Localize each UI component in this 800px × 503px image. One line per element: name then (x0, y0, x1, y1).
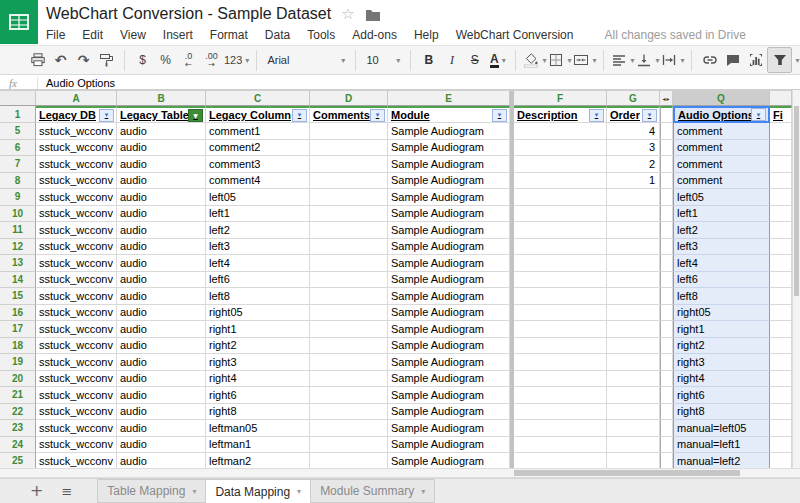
cell-A5[interactable]: sstuck_wcconv (36, 123, 117, 140)
cell-B17[interactable]: audio (117, 321, 206, 338)
cell-G16[interactable] (607, 305, 660, 322)
row-header-22[interactable]: 22 (0, 404, 36, 421)
cell-F24[interactable] (514, 437, 607, 454)
vertical-scrollbar-thumb[interactable] (794, 106, 799, 296)
header-cell-b[interactable]: Legacy Table▼ (117, 106, 206, 123)
cell-R22[interactable] (770, 404, 792, 421)
insert-link-button[interactable] (698, 48, 721, 72)
cell-B6[interactable]: audio (117, 140, 206, 157)
cell-C18[interactable]: right2 (206, 338, 310, 355)
header-cell-d[interactable]: Comments▾ (310, 106, 388, 123)
row-header-8[interactable]: 8 (0, 173, 36, 190)
cell-G7[interactable]: 2 (607, 156, 660, 173)
menu-item-data[interactable]: Data (265, 28, 290, 42)
cell-Q9[interactable]: left05 (673, 189, 770, 206)
menu-item-help[interactable]: Help (414, 28, 439, 42)
cell-B15[interactable]: audio (117, 288, 206, 305)
cell-R17[interactable] (770, 321, 792, 338)
cell-B24[interactable]: audio (117, 437, 206, 454)
row-header-7[interactable]: 7 (0, 156, 36, 173)
menu-item-insert[interactable]: Insert (163, 28, 193, 42)
cell-C5[interactable]: comment1 (206, 123, 310, 140)
menu-item-file[interactable]: File (46, 28, 65, 42)
cell-D21[interactable] (310, 387, 388, 404)
cell-D22[interactable] (310, 404, 388, 421)
cell-E15[interactable]: Sample Audiogram (388, 288, 510, 305)
filter-dropdown-button-a[interactable]: ▾ (99, 109, 114, 122)
cell-A24[interactable]: sstuck_wcconv (36, 437, 117, 454)
cell-F22[interactable] (514, 404, 607, 421)
filter-dropdown-button-d[interactable]: ▾ (370, 109, 385, 122)
cell-G20[interactable] (607, 371, 660, 388)
cell-C24[interactable]: leftman1 (206, 437, 310, 454)
cell-A6[interactable]: sstuck_wcconv (36, 140, 117, 157)
cell-G10[interactable] (607, 206, 660, 223)
cell-C7[interactable]: comment3 (206, 156, 310, 173)
cell-A8[interactable]: sstuck_wcconv (36, 173, 117, 190)
cell-E19[interactable]: Sample Audiogram (388, 354, 510, 371)
row-header-24[interactable]: 24 (0, 437, 36, 454)
cell-E21[interactable]: Sample Audiogram (388, 387, 510, 404)
tab-module-summary[interactable]: Module Summary ▾ (310, 479, 435, 503)
row-header-21[interactable]: 21 (0, 387, 36, 404)
cell-F21[interactable] (514, 387, 607, 404)
cell-G12[interactable] (607, 239, 660, 256)
cell-Q6[interactable]: comment (673, 140, 770, 157)
cell-G17[interactable] (607, 321, 660, 338)
cell-E16[interactable]: Sample Audiogram (388, 305, 510, 322)
fill-color-button[interactable]: ▾ (522, 48, 547, 72)
row-header-6[interactable]: 6 (0, 140, 36, 157)
cell-A18[interactable]: sstuck_wcconv (36, 338, 117, 355)
expand-hidden-columns-left-icon[interactable]: ◂ (662, 95, 665, 102)
cell-G19[interactable] (607, 354, 660, 371)
save-status[interactable]: All changes saved in Drive (604, 28, 745, 42)
percent-format-button[interactable]: % (154, 48, 177, 72)
row-header-20[interactable]: 20 (0, 371, 36, 388)
vertical-align-button[interactable]: ▾ (635, 48, 660, 72)
cell-C9[interactable]: left05 (206, 189, 310, 206)
cell-A19[interactable]: sstuck_wcconv (36, 354, 117, 371)
cell-E10[interactable]: Sample Audiogram (388, 206, 510, 223)
cell-E14[interactable]: Sample Audiogram (388, 272, 510, 289)
cell-F11[interactable] (514, 222, 607, 239)
tab-dropdown-icon[interactable]: ▾ (192, 487, 196, 496)
cell-B22[interactable]: audio (117, 404, 206, 421)
cell-Q23[interactable]: manual=left05 (673, 420, 770, 437)
cell-R11[interactable] (770, 222, 792, 239)
filter-dropdown-button-f[interactable]: ▾ (589, 109, 604, 122)
cell-G5[interactable]: 4 (607, 123, 660, 140)
cell-F5[interactable] (514, 123, 607, 140)
horizontal-scrollbar-thumb[interactable] (514, 470, 740, 476)
cell-A15[interactable]: sstuck_wcconv (36, 288, 117, 305)
cell-Q18[interactable]: right2 (673, 338, 770, 355)
cell-F13[interactable] (514, 255, 607, 272)
row-header-19[interactable]: 19 (0, 354, 36, 371)
cell-R12[interactable] (770, 239, 792, 256)
cell-R19[interactable] (770, 354, 792, 371)
column-header-G[interactable]: G (607, 91, 660, 106)
cell-A12[interactable]: sstuck_wcconv (36, 239, 117, 256)
cell-E5[interactable]: Sample Audiogram (388, 123, 510, 140)
cell-C20[interactable]: right4 (206, 371, 310, 388)
cell-G9[interactable] (607, 189, 660, 206)
cell-F20[interactable] (514, 371, 607, 388)
strikethrough-button[interactable]: S (463, 48, 486, 72)
cell-C22[interactable]: right8 (206, 404, 310, 421)
menu-item-tools[interactable]: Tools (307, 28, 335, 42)
merge-cells-button[interactable]: ▾ (572, 48, 597, 72)
cell-B11[interactable]: audio (117, 222, 206, 239)
cell-Q10[interactable]: left1 (673, 206, 770, 223)
header-cell-a[interactable]: Legacy DB▾ (36, 106, 117, 123)
cell-F10[interactable] (514, 206, 607, 223)
cell-R6[interactable] (770, 140, 792, 157)
cell-R16[interactable] (770, 305, 792, 322)
italic-button[interactable]: I (440, 48, 463, 72)
cell-E23[interactable]: Sample Audiogram (388, 420, 510, 437)
cell-R5[interactable] (770, 123, 792, 140)
currency-format-button[interactable]: $ (131, 48, 154, 72)
cell-E8[interactable]: Sample Audiogram (388, 173, 510, 190)
filter-button[interactable] (767, 47, 792, 73)
text-wrap-button[interactable]: ▾ (660, 48, 685, 72)
insert-comment-button[interactable] (721, 48, 744, 72)
cell-C12[interactable]: left3 (206, 239, 310, 256)
